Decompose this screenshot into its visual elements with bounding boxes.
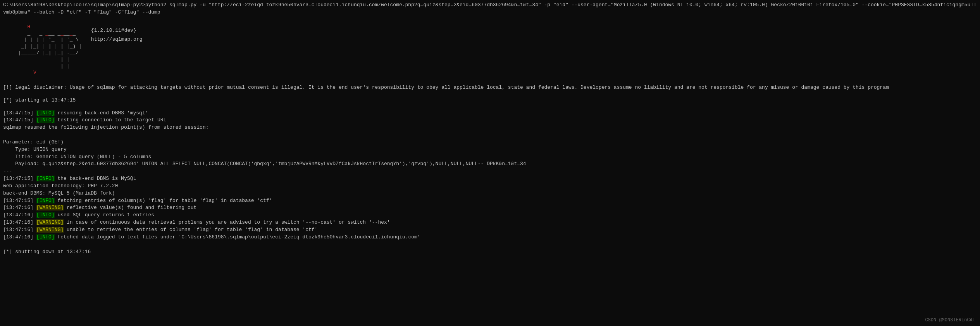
log-line: web application technology: PHP 7.2.20 (3, 183, 977, 190)
watermark: CSDN @MONSTERinCAT (925, 317, 975, 324)
log-line: [13:47:15] [INFO] fetching entries of co… (3, 197, 977, 205)
logo-url: http://sqlmap.org (91, 36, 143, 43)
log-lines: [13:47:15] [INFO] resuming back-end DBMS… (3, 110, 977, 256)
log-line: [13:47:16] [WARNING] reflective value(s)… (3, 204, 977, 212)
log-line: [13:47:15] [INFO] the back-end DBMS is M… (3, 175, 977, 183)
log-line (3, 131, 977, 139)
sqlmap-logo: H _ _ ___ ______ | | | | '_ | '_ \ _| |_… (3, 24, 82, 76)
log-line: Title: Generic UNION query (NULL) - 5 co… (3, 154, 977, 161)
starting-line: [*] starting at 13:47:15 (3, 97, 977, 104)
terminal-window: C:\Users\86198\Desktop\Tools\sqlmap\sqlm… (3, 2, 977, 255)
log-line: Parameter: eid (GET) (3, 139, 977, 146)
logo-info: {1.2.10.11#dev} http://sqlmap.org (91, 27, 143, 43)
log-line: [13:47:16] [INFO] fetched data logged to… (3, 234, 977, 241)
command-line: C:\Users\86198\Desktop\Tools\sqlmap\sqlm… (3, 2, 977, 16)
disclaimer-line: [!] legal disclaimer: Usage of sqlmap fo… (3, 84, 977, 91)
log-line: Payload: q=quiz&step=2&eid=60377db362694… (3, 160, 977, 168)
log-line: [13:47:15] [INFO] testing connection to … (3, 117, 977, 124)
log-line: [13:47:16] [WARNING] unable to retrieve … (3, 226, 977, 234)
logo-section: H _ _ ___ ______ | | | | '_ | '_ \ _| |_… (3, 24, 977, 76)
logo-version: {1.2.10.11#dev} (91, 27, 143, 34)
log-line: --- (3, 168, 977, 175)
log-line: [13:47:16] [INFO] used SQL query returns… (3, 212, 977, 219)
log-line: Type: UNION query (3, 146, 977, 154)
log-line: back-end DBMS: MySQL 5 (MariaDB fork) (3, 190, 977, 197)
log-line (3, 241, 977, 248)
log-line: [13:47:16] [WARNING] in case of continuo… (3, 219, 977, 226)
log-line: [*] shutting down at 13:47:16 (3, 248, 977, 256)
log-line: [13:47:15] [INFO] resuming back-end DBMS… (3, 110, 977, 117)
log-line: sqlmap resumed the following injection p… (3, 124, 977, 131)
